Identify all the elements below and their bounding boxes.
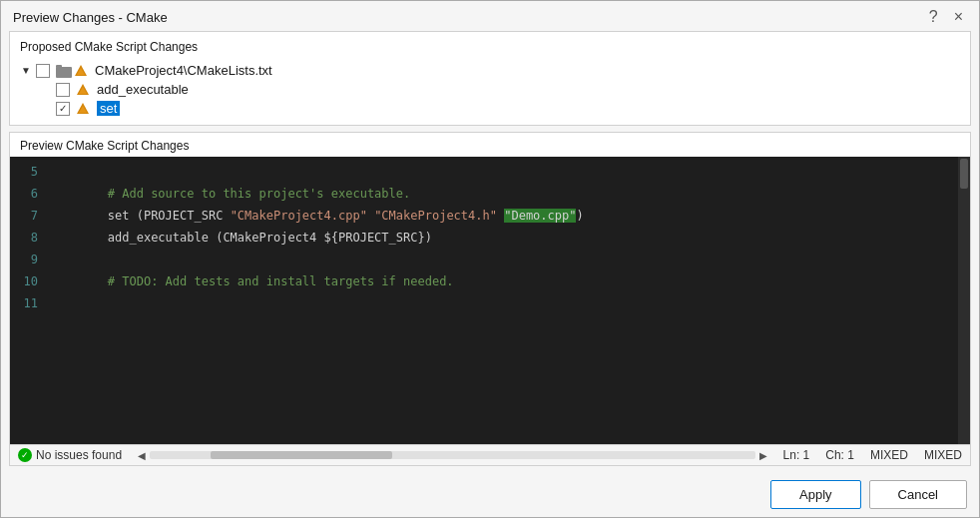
cmake-set-icon [76,102,90,116]
ln-label: Ln: 1 [783,448,810,462]
h-scroll-thumb[interactable] [211,451,392,459]
cmake-icon [74,64,88,78]
line-num-11: 11 [24,292,38,314]
horizontal-scrollbar-container: ◀ ▶ [138,450,767,461]
svg-rect-0 [56,67,72,78]
code-area: 5 6 7 8 9 10 11 # Add source to this pro… [10,157,970,444]
footer: Apply Cancel [1,472,979,517]
tree-item-set-label[interactable]: set [97,101,120,116]
cmake-small-icon [76,83,90,97]
eol2-label: MIXED [924,448,962,462]
code-line-6: # Add source to this project's executabl… [50,183,958,205]
svg-rect-1 [56,65,62,68]
tree-item-root: ▼ CMakeProject4\CMakeLists.txt [20,62,960,79]
tree-item-root-label: CMakeProject4\CMakeLists.txt [95,63,272,78]
scrollbar-thumb-v[interactable] [960,159,968,189]
apply-button[interactable]: Apply [770,480,861,509]
line-num-10: 10 [24,270,38,292]
status-right: Ln: 1 Ch: 1 MIXED MIXED [783,448,962,462]
eol1-label: MIXED [870,448,908,462]
help-button[interactable]: ? [925,9,942,25]
folder-icon [56,64,72,78]
bottom-panel: Preview CMake Script Changes 5 6 7 8 9 1… [9,132,971,466]
checkbox-root[interactable] [36,64,50,78]
code-lines: # Add source to this project's executabl… [46,157,958,444]
h-scroll-track[interactable] [150,451,755,459]
h-scroll-left-arrow[interactable]: ◀ [138,450,146,461]
status-ok: ✓ No issues found [18,448,122,462]
top-panel: Proposed CMake Script Changes ▼ [9,31,971,126]
checkbox-set[interactable] [56,102,70,116]
line-num-9: 9 [31,249,38,270]
code-line-5 [50,161,958,183]
ch-label: Ch: 1 [825,448,854,462]
code-line-10: # TODO: Add tests and install targets if… [50,270,958,292]
title-bar-controls: ? × [925,9,967,25]
title-bar: Preview Changes - CMake ? × [1,1,979,31]
line-num-8: 8 [31,227,38,249]
code-line-8: add_executable (CMakeProject4 ${PROJECT_… [50,227,958,249]
cancel-button[interactable]: Cancel [869,480,967,509]
dialog: Preview Changes - CMake ? × Proposed CMa… [0,0,980,518]
checkbox-add-executable[interactable] [56,83,70,97]
proposed-changes-title: Proposed CMake Script Changes [20,40,960,54]
status-ok-icon: ✓ [18,448,32,462]
dialog-title: Preview Changes - CMake [13,10,168,25]
close-button[interactable]: × [950,9,967,25]
line-num-7: 7 [31,205,38,227]
status-bar: ✓ No issues found ◀ ▶ Ln: 1 Ch: 1 MIXED … [10,444,970,465]
tree-item-set: set [20,100,960,117]
code-content: 5 6 7 8 9 10 11 # Add source to this pro… [10,157,970,444]
vertical-scrollbar[interactable] [958,157,970,444]
tree-item-add-executable-label: add_executable [97,82,189,97]
code-line-11 [50,292,958,314]
code-preview-title: Preview CMake Script Changes [10,133,970,157]
tree-item-add-executable: add_executable [20,81,960,98]
file-tree: ▼ CMakeProject4\CMakeLists.txt [20,62,960,117]
line-num-5: 5 [31,161,38,183]
line-num-6: 6 [31,183,38,205]
h-scroll-right-arrow[interactable]: ▶ [759,450,767,461]
line-numbers: 5 6 7 8 9 10 11 [10,157,46,444]
status-ok-text: No issues found [36,448,122,462]
code-line-7: set (PROJECT_SRC "CMakeProject4.cpp" "CM… [50,205,958,227]
expand-arrow-icon[interactable]: ▼ [20,65,32,77]
code-line-9 [50,249,958,270]
